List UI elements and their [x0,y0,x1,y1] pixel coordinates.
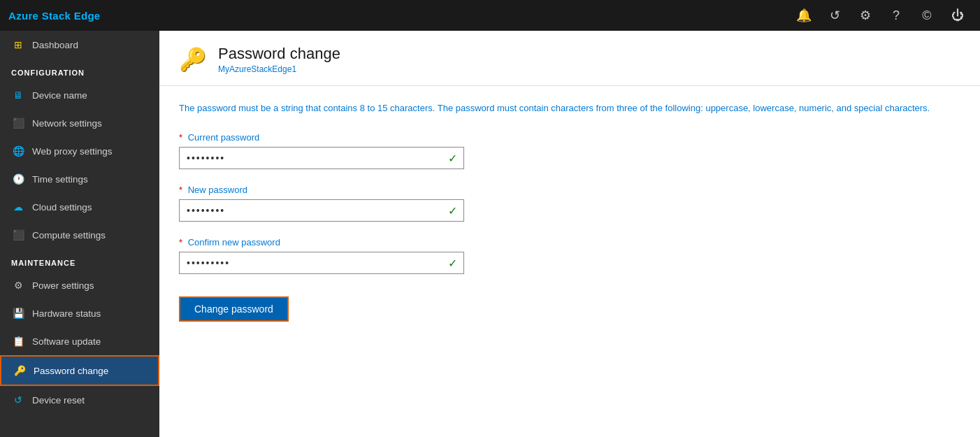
sidebar-item-software-update[interactable]: 📋 Software update [0,327,159,355]
web-proxy-icon: 🌐 [11,144,25,158]
topbar: Azure Stack Edge 🔔 ↺ ⚙ ? © ⏻ [0,0,980,31]
power-icon[interactable]: ⏻ [944,1,972,29]
network-settings-icon: ⬛ [11,116,25,130]
device-name-icon: 🖥 [11,88,25,102]
sidebar-item-password-change[interactable]: 🔑 Password change [0,355,159,386]
sidebar-item-dashboard[interactable]: ⊞ Dashboard [0,31,159,59]
sidebar-item-device-name[interactable]: 🖥 Device name [0,81,159,109]
sidebar-item-cloud-settings[interactable]: ☁ Cloud settings [0,193,159,221]
current-password-label: * Current password [179,132,960,143]
sidebar-item-hardware-status[interactable]: 💾 Hardware status [0,299,159,327]
sidebar-item-label: Power settings [32,280,94,291]
settings-icon[interactable]: ⚙ [851,1,879,29]
sidebar-item-time-settings[interactable]: 🕐 Time settings [0,165,159,193]
sidebar-item-power-settings[interactable]: ⚙ Power settings [0,271,159,299]
software-update-icon: 📋 [11,334,25,348]
current-password-check-icon: ✓ [448,151,457,164]
sidebar-item-device-reset[interactable]: ↺ Device reset [0,386,159,414]
info-text: The password must be a string that conta… [179,101,948,115]
config-section-label: CONFIGURATION [0,59,159,81]
power-settings-icon: ⚙ [11,278,25,292]
confirm-password-check-icon: ✓ [448,256,457,269]
sidebar-item-label: Device name [32,90,87,101]
main-layout: ⊞ Dashboard CONFIGURATION 🖥 Device name … [0,31,980,437]
time-settings-icon: 🕐 [11,172,25,186]
compute-settings-icon: ⬛ [11,228,25,242]
sidebar-item-network-settings[interactable]: ⬛ Network settings [0,109,159,137]
sidebar: ⊞ Dashboard CONFIGURATION 🖥 Device name … [0,31,159,437]
sidebar-item-label: Password change [34,366,108,376]
confirm-password-label-text: Confirm new password [188,237,280,248]
new-password-group: * New password ✓ [179,185,960,222]
device-reset-icon: ↺ [11,393,25,407]
new-password-wrapper: ✓ [179,199,464,222]
required-marker-new: * [179,185,182,195]
current-password-label-text: Current password [188,132,260,143]
hardware-status-icon: 💾 [11,306,25,320]
confirm-password-group: * Confirm new password ✓ [179,237,960,274]
confirm-password-input[interactable] [179,252,464,274]
required-marker-confirm: * [179,237,182,248]
sidebar-item-label: Cloud settings [32,202,92,213]
page-title: Password change [218,45,340,63]
sidebar-item-compute-settings[interactable]: ⬛ Compute settings [0,221,159,249]
new-password-label: * New password [179,185,960,195]
sidebar-item-label: Software update [32,336,101,347]
page-subtitle: MyAzureStackEdge1 [218,64,340,74]
confirm-password-wrapper: ✓ [179,252,464,274]
content-body: The password must be a string that conta… [159,86,980,337]
sidebar-item-web-proxy-settings[interactable]: 🌐 Web proxy settings [0,137,159,165]
current-password-wrapper: ✓ [179,147,464,169]
sidebar-item-label: Time settings [32,174,88,185]
content-area: 🔑 Password change MyAzureStackEdge1 The … [159,31,980,437]
dashboard-icon: ⊞ [11,38,25,52]
page-header-text: Password change MyAzureStackEdge1 [218,45,340,74]
cloud-settings-icon: ☁ [11,200,25,214]
copyright-icon[interactable]: © [913,1,941,29]
change-password-button[interactable]: Change password [179,296,289,322]
new-password-input[interactable] [179,199,464,222]
content-header: 🔑 Password change MyAzureStackEdge1 [159,31,980,86]
sidebar-item-label: Dashboard [32,40,78,50]
current-password-input[interactable] [179,147,464,169]
sidebar-item-label: Hardware status [32,308,101,319]
help-icon[interactable]: ? [882,1,910,29]
sidebar-item-label: Network settings [32,118,102,129]
app-title: Azure Stack Edge [8,10,101,22]
new-password-check-icon: ✓ [448,203,457,217]
page-icon: 🔑 [179,46,207,73]
refresh-icon[interactable]: ↺ [821,1,849,29]
sidebar-item-label: Web proxy settings [32,146,113,157]
sidebar-item-label: Compute settings [32,230,106,241]
required-marker: * [179,132,182,143]
current-password-group: * Current password ✓ [179,132,960,169]
notification-icon[interactable]: 🔔 [790,1,818,29]
new-password-label-text: New password [188,185,247,195]
topbar-icons: 🔔 ↺ ⚙ ? © ⏻ [790,1,972,29]
password-change-icon: 🔑 [13,364,27,378]
maintenance-section-label: MAINTENANCE [0,249,159,271]
sidebar-item-label: Device reset [32,395,85,406]
confirm-password-label: * Confirm new password [179,237,960,248]
